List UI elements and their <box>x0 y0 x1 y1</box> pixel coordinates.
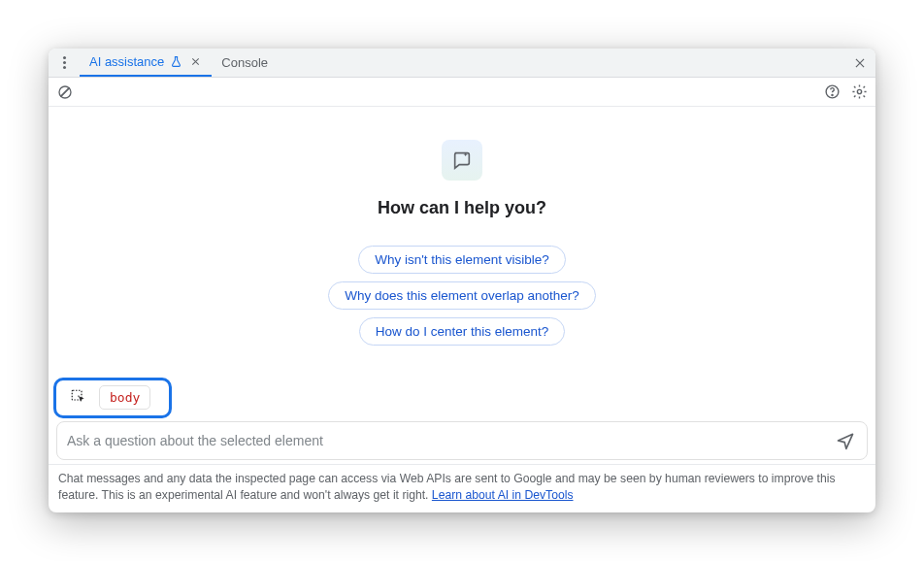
tab-label: AI assistance <box>89 54 164 69</box>
close-icon[interactable] <box>188 55 202 69</box>
close-panel-icon[interactable] <box>850 53 870 73</box>
suggestion-chip[interactable]: Why isn't this element visible? <box>358 246 566 274</box>
context-row: body <box>49 381 875 413</box>
disclaimer-link[interactable]: Learn about AI in DevTools <box>432 488 574 502</box>
sparkle-chat-icon <box>442 140 482 181</box>
gear-icon[interactable] <box>848 82 870 103</box>
suggestion-chip[interactable]: How do I center this element? <box>359 317 566 346</box>
toolbar <box>49 78 875 107</box>
disclaimer: Chat messages and any data the inspected… <box>49 464 875 512</box>
footer: body Chat messages and any data the insp… <box>49 381 875 512</box>
suggestion-chips: Why isn't this element visible? Why does… <box>328 246 596 346</box>
heading: How can I help you? <box>378 198 546 218</box>
help-icon[interactable] <box>821 82 842 103</box>
tab-console[interactable]: Console <box>212 49 278 77</box>
chat-input[interactable] <box>67 433 834 448</box>
svg-point-2 <box>831 94 832 95</box>
send-icon[interactable] <box>834 429 857 452</box>
flask-icon <box>170 55 182 68</box>
empty-state: How can I help you? Why isn't this eleme… <box>49 107 875 381</box>
clear-icon[interactable] <box>54 82 76 103</box>
tab-label: Console <box>221 55 268 70</box>
suggestion-chip[interactable]: Why does this element overlap another? <box>328 281 596 310</box>
chat-input-row <box>56 421 868 460</box>
highlight-box <box>53 378 172 418</box>
tab-bar: AI assistance Console <box>49 49 875 78</box>
menu-icon[interactable] <box>54 53 74 73</box>
tab-ai-assistance[interactable]: AI assistance <box>80 49 212 77</box>
svg-point-3 <box>857 89 861 93</box>
devtools-panel: AI assistance Console <box>49 49 875 512</box>
